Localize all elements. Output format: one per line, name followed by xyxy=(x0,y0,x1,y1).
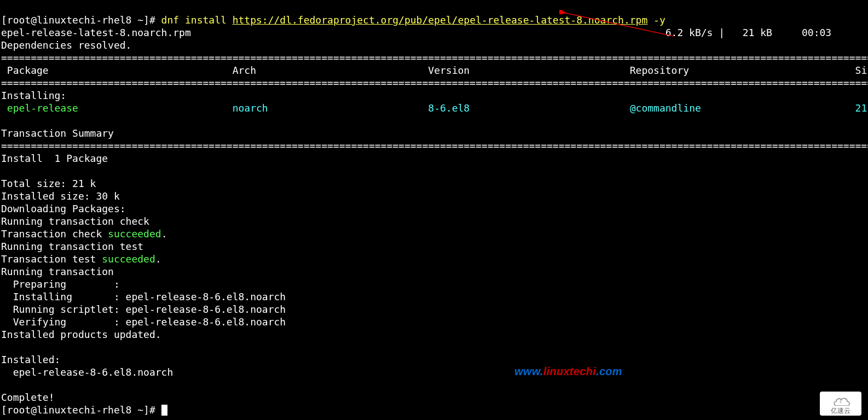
pkg-arch: noarch xyxy=(233,102,268,114)
pkg-size: 21 k xyxy=(855,102,868,114)
download-size: 21 kB xyxy=(731,27,772,38)
cursor-icon[interactable] xyxy=(161,405,167,416)
complete-label: Complete! xyxy=(1,392,55,403)
run-transaction: Running transaction xyxy=(1,266,114,277)
cmd-url: https://dl.fedoraproject.org/pub/epel/ep… xyxy=(233,14,648,26)
watermark-linuxtechi: www.linuxtechi.com xyxy=(514,365,622,378)
succeeded-text: succeeded xyxy=(102,253,155,265)
col-version: Version xyxy=(428,65,470,76)
step-verifying: Verifying : epel-release-8-6.el8.noarch xyxy=(1,316,286,328)
col-arch: Arch xyxy=(233,65,256,76)
shell-prompt: [root@linuxtechi-rhel8 ~]# xyxy=(1,404,161,416)
cloud-icon: 1 xyxy=(828,394,854,406)
pkg-name: epel-release xyxy=(1,102,78,114)
installed-size: Installed size: 30 k xyxy=(1,190,120,202)
download-time: 00:03 xyxy=(772,27,831,38)
divider: ========================================… xyxy=(1,140,868,151)
check-result-pre: Transaction check xyxy=(1,228,108,240)
succeeded-text: succeeded xyxy=(108,228,161,240)
transaction-summary-title: Transaction Summary xyxy=(1,127,114,139)
test-result-pre: Transaction test xyxy=(1,253,102,265)
pkg-version: 8-6.el8 xyxy=(428,102,470,114)
step-installing: Installing : epel-release-8-6.el8.noarch xyxy=(1,291,286,302)
install-count: Install 1 Package xyxy=(1,153,108,164)
cmd-flag-y: -y xyxy=(647,14,666,26)
installed-pkg: epel-release-8-6.el8.noarch xyxy=(1,366,173,378)
installed-label: Installed: xyxy=(1,354,60,365)
col-package: Package xyxy=(7,65,49,76)
downloading-label: Downloading Packages: xyxy=(1,203,126,214)
download-filename: epel-release-latest-8.noarch.rpm xyxy=(1,27,191,38)
divider: ========================================… xyxy=(1,77,868,89)
shell-prompt: [root@linuxtechi-rhel8 ~]# xyxy=(1,14,161,26)
watermark-yisu-logo: 1 亿速云 xyxy=(820,392,861,416)
terminal-output: [root@linuxtechi-rhel8 ~]# dnf install h… xyxy=(0,0,868,416)
svg-text:1: 1 xyxy=(840,399,842,404)
cmd-dnf-install: dnf install xyxy=(161,14,233,26)
step-scriptlet: Running scriptlet: epel-release-8-6.el8.… xyxy=(1,304,286,315)
installing-label: Installing: xyxy=(1,90,66,101)
total-size: Total size: 21 k xyxy=(1,178,96,189)
run-test: Running transaction test xyxy=(1,241,143,252)
col-size: Size xyxy=(855,65,868,76)
download-speed: 6.2 kB/s xyxy=(666,27,713,38)
deps-resolved: Dependencies resolved. xyxy=(1,39,131,51)
divider: ========================================… xyxy=(1,52,868,63)
pkg-repo: @commandline xyxy=(630,102,701,114)
step-preparing: Preparing : xyxy=(1,278,120,290)
run-check: Running transaction check xyxy=(1,215,149,227)
col-repository: Repository xyxy=(630,65,689,76)
products-updated: Installed products updated. xyxy=(1,329,161,340)
